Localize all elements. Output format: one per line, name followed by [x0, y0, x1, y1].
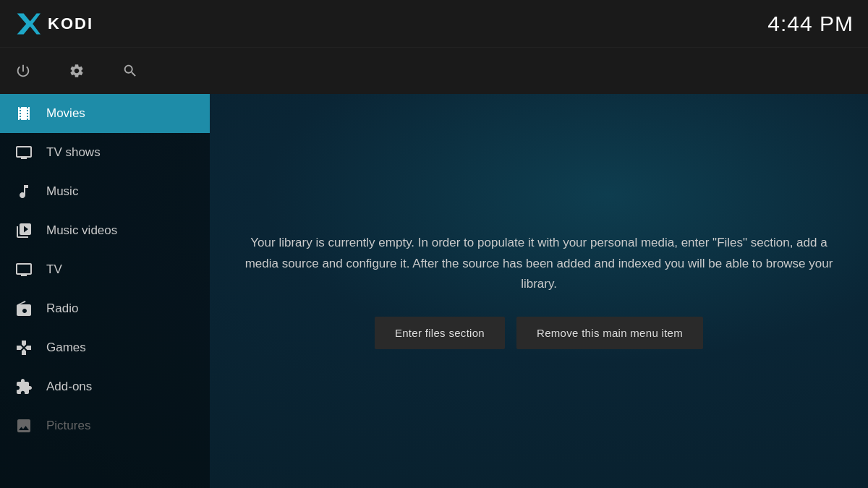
- sidebar-item-pictures[interactable]: Pictures: [0, 406, 210, 445]
- movies-icon: [14, 104, 33, 123]
- music-label: Music: [46, 184, 78, 199]
- app-title: KODI: [48, 14, 93, 33]
- sidebar: Movies TV shows Music: [0, 94, 210, 488]
- radio-icon: [14, 299, 33, 318]
- search-icon[interactable]: [114, 55, 146, 87]
- action-buttons: Enter files section Remove this main men…: [375, 317, 703, 349]
- sidebar-item-tv-shows[interactable]: TV shows: [0, 133, 210, 172]
- sidebar-item-movies[interactable]: Movies: [0, 94, 210, 133]
- pictures-icon: [14, 416, 33, 435]
- logo-area: KODI: [14, 11, 93, 37]
- clock-display: 4:44 PM: [767, 12, 854, 36]
- addons-icon: [14, 377, 33, 396]
- radio-label: Radio: [46, 301, 78, 316]
- music-icon: [14, 182, 33, 201]
- sidebar-item-games[interactable]: Games: [0, 328, 210, 367]
- sidebar-item-radio[interactable]: Radio: [0, 289, 210, 328]
- controls-bar: [0, 47, 868, 94]
- music-videos-icon: [14, 221, 33, 240]
- enter-files-button[interactable]: Enter files section: [375, 317, 505, 349]
- remove-menu-item-button[interactable]: Remove this main menu item: [516, 317, 703, 349]
- main-content: Movies TV shows Music: [0, 94, 868, 488]
- tv-shows-icon: [14, 143, 33, 162]
- sidebar-item-add-ons[interactable]: Add-ons: [0, 367, 210, 406]
- power-icon[interactable]: [7, 55, 39, 87]
- tv-label: TV: [46, 262, 62, 277]
- games-icon: [14, 338, 33, 357]
- app-wrapper: KODI 4:44 PM: [0, 0, 868, 488]
- header-bar: KODI 4:44 PM: [0, 0, 868, 47]
- pictures-label: Pictures: [46, 419, 90, 433]
- tv-icon: [14, 260, 33, 279]
- sidebar-item-tv[interactable]: TV: [0, 250, 210, 289]
- content-area: Your library is currently empty. In orde…: [210, 94, 868, 488]
- add-ons-label: Add-ons: [46, 380, 92, 394]
- music-videos-label: Music videos: [46, 223, 117, 238]
- empty-library-message: Your library is currently empty. In orde…: [239, 233, 839, 296]
- svg-marker-0: [17, 13, 41, 34]
- sidebar-item-music[interactable]: Music: [0, 172, 210, 211]
- empty-library-box: Your library is currently empty. In orde…: [239, 233, 839, 350]
- games-label: Games: [46, 341, 86, 355]
- sidebar-item-music-videos[interactable]: Music videos: [0, 211, 210, 250]
- movies-label: Movies: [46, 106, 85, 121]
- settings-icon[interactable]: [61, 55, 93, 87]
- tv-shows-label: TV shows: [46, 145, 101, 160]
- kodi-logo-icon: [14, 11, 41, 37]
